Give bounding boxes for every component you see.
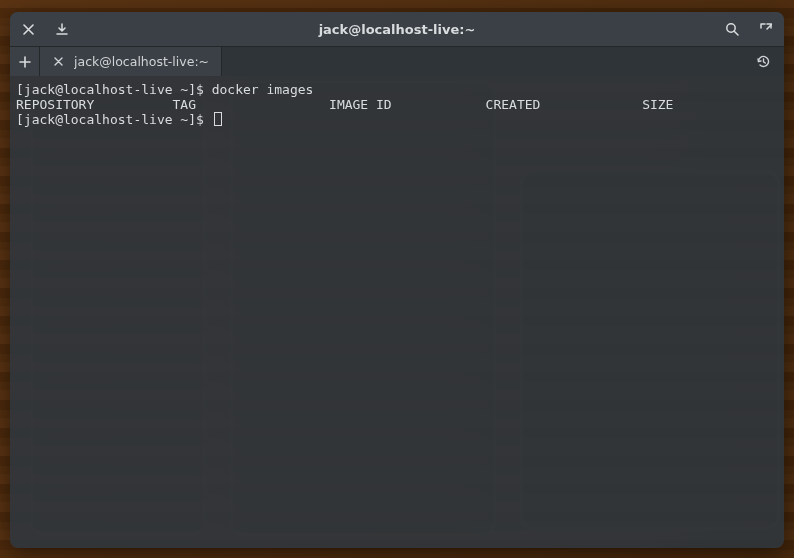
window-titlebar[interactable]: jack@localhost-live:~	[10, 12, 784, 46]
text-cursor	[214, 112, 222, 126]
terminal-line: REPOSITORY TAG IMAGE ID CREATED SIZE	[16, 97, 778, 112]
tab-label: jack@localhost-live:~	[74, 54, 209, 69]
shell-command: docker images	[212, 82, 314, 97]
fullscreen-icon	[760, 23, 772, 35]
download-icon	[56, 23, 68, 35]
terminal-line: [jack@localhost-live ~]$	[16, 112, 778, 127]
terminal-window: jack@localhost-live:~ jack@localhost-liv…	[10, 12, 784, 548]
history-icon	[756, 54, 771, 69]
shell-prompt: [jack@localhost-live ~]$	[16, 112, 212, 127]
command-bar[interactable]	[222, 47, 784, 76]
search-icon	[725, 22, 739, 36]
terminal-output[interactable]: [jack@localhost-live ~]$ docker imagesRE…	[10, 76, 784, 548]
close-window-button[interactable]	[18, 19, 38, 39]
terminal-line: [jack@localhost-live ~]$ docker images	[16, 82, 778, 97]
history-button[interactable]	[750, 49, 776, 75]
new-tab-button[interactable]	[10, 47, 40, 76]
search-button[interactable]	[722, 19, 742, 39]
window-title: jack@localhost-live:~	[10, 22, 784, 37]
plus-icon	[19, 56, 31, 68]
tab-terminal-1[interactable]: jack@localhost-live:~	[40, 47, 222, 76]
save-output-button[interactable]	[52, 19, 72, 39]
fullscreen-button[interactable]	[756, 19, 776, 39]
shell-prompt: [jack@localhost-live ~]$	[16, 82, 212, 97]
close-icon	[54, 57, 63, 66]
command-input[interactable]	[230, 52, 750, 72]
tab-close-button[interactable]	[50, 54, 66, 70]
tab-strip: jack@localhost-live:~	[10, 46, 784, 76]
close-icon	[23, 24, 34, 35]
